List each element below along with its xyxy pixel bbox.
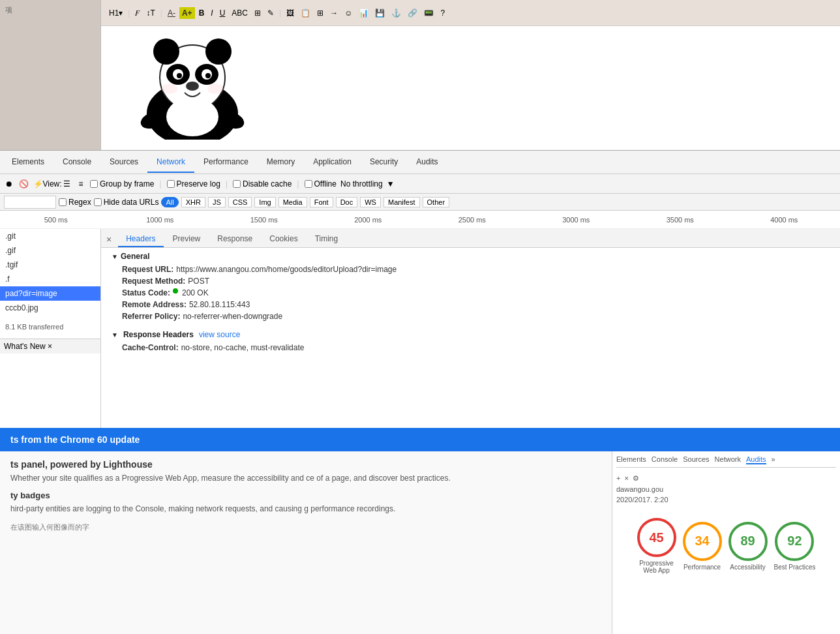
mini-settings-btn[interactable]: ⚙ xyxy=(633,474,639,483)
toolbar-img2[interactable]: 📋 xyxy=(298,7,313,19)
filter-manifest-btn[interactable]: Manifest xyxy=(383,197,420,207)
filter-img-btn[interactable]: Img xyxy=(254,197,275,207)
editor-toolbar: H1▾ | 𝐹 ↕T | A- A+ B I U ABC ⊞ ✎ | 🖼 📋 ⊞… xyxy=(101,0,840,26)
filter-css-btn[interactable]: CSS xyxy=(228,197,252,207)
preserve-log-label[interactable]: Preserve log xyxy=(167,179,220,189)
filter-all-btn[interactable]: All xyxy=(161,197,178,207)
toolbar-chart[interactable]: 📊 xyxy=(356,7,371,19)
filter-ws-btn[interactable]: WS xyxy=(360,197,381,207)
record-icon[interactable]: ⏺ xyxy=(4,179,14,189)
mini-tab-audits[interactable]: Audits xyxy=(746,455,766,464)
bottom-panel: ts panel, powered by Lighthouse Whether … xyxy=(0,451,840,634)
tab-performance[interactable]: Performance xyxy=(194,152,258,173)
toolbar-a-minus[interactable]: A- xyxy=(165,7,178,19)
toolbar-link[interactable]: 🔗 xyxy=(405,7,420,19)
toolbar-bold[interactable]: B xyxy=(196,7,207,19)
preserve-log-checkbox[interactable] xyxy=(167,180,175,188)
detail-tab-headers[interactable]: Headers xyxy=(118,232,163,247)
filter-font-btn[interactable]: Font xyxy=(310,197,333,207)
filter-other-btn[interactable]: Other xyxy=(423,197,450,207)
bottom-left-content: ts panel, powered by Lighthouse Whether … xyxy=(0,451,612,634)
tab-elements[interactable]: Elements xyxy=(3,152,53,173)
tick-1000ms: 1000 ms xyxy=(108,216,213,224)
toolbar-grid[interactable]: ⊞ xyxy=(252,7,263,19)
tick-2500ms: 2500 ms xyxy=(420,216,524,224)
filter-js-btn[interactable]: JS xyxy=(208,197,226,207)
score-best-practices: 92 Best Practices xyxy=(774,522,816,571)
filter-media-btn[interactable]: Media xyxy=(278,197,307,207)
detail-tab-cookies[interactable]: Cookies xyxy=(262,232,305,247)
toolbar-save[interactable]: 💾 xyxy=(372,7,387,19)
tab-memory[interactable]: Memory xyxy=(258,152,304,173)
clear-icon[interactable]: 🚫 xyxy=(18,179,29,189)
mini-close-btn[interactable]: × xyxy=(624,474,628,483)
view-source-link[interactable]: view source xyxy=(199,330,240,339)
detail-close-btn[interactable]: × xyxy=(106,234,112,245)
disable-cache-label[interactable]: Disable cache xyxy=(233,179,292,189)
detail-tab-preview[interactable]: Preview xyxy=(165,232,209,247)
list-item[interactable]: .gif xyxy=(0,243,100,258)
mini-url: dawangou.gou xyxy=(616,484,836,494)
filter-bar: Regex Hide data URLs All XHR JS CSS Img … xyxy=(0,194,840,211)
tab-application[interactable]: Application xyxy=(304,152,361,173)
toolbar-table[interactable]: ⊞ xyxy=(314,7,326,19)
hide-data-urls-label[interactable]: Hide data URLs xyxy=(94,198,159,207)
mini-tab-more[interactable]: » xyxy=(772,455,775,464)
list-item-selected[interactable]: pad?dir=image xyxy=(0,286,100,301)
mini-add-btn[interactable]: + xyxy=(616,474,620,483)
regex-label[interactable]: Regex xyxy=(59,198,91,207)
toolbar-underline[interactable]: U xyxy=(217,7,228,19)
score-progressive-circle: 45 xyxy=(637,518,676,557)
filter-icon[interactable]: ⚡ xyxy=(33,179,43,189)
mini-tab-elements[interactable]: Elements xyxy=(616,455,646,464)
toolbar-italic[interactable]: I xyxy=(208,7,215,19)
toolbar-pencil[interactable]: ✎ xyxy=(265,7,277,19)
detail-view-icon[interactable]: ≡ xyxy=(76,179,86,189)
list-item[interactable]: .git xyxy=(0,229,100,243)
toolbar-sep1: | xyxy=(128,8,130,18)
disable-cache-checkbox[interactable] xyxy=(233,180,241,188)
toolbar-abc[interactable]: ABC xyxy=(229,7,250,19)
offline-label[interactable]: Offline xyxy=(305,179,337,189)
tab-sources[interactable]: Sources xyxy=(100,152,147,173)
mini-tab-network[interactable]: Network xyxy=(715,455,741,464)
score-performance-label: Performance xyxy=(683,564,721,571)
whats-new-label[interactable]: What's New × xyxy=(4,342,52,351)
regex-checkbox[interactable] xyxy=(59,198,67,206)
filter-input[interactable] xyxy=(4,196,56,209)
toolbar-a-plus[interactable]: A+ xyxy=(179,7,195,19)
no-throttling-select[interactable]: No throttling xyxy=(340,179,383,189)
hide-data-urls-checkbox[interactable] xyxy=(94,198,102,206)
list-item[interactable]: .tgif xyxy=(0,258,100,272)
list-view-icon[interactable]: ☰ xyxy=(61,179,72,189)
group-by-frame-label[interactable]: Group by frame xyxy=(90,179,154,189)
tab-audits[interactable]: Audits xyxy=(407,152,447,173)
score-best-practices-label: Best Practices xyxy=(774,564,816,571)
toolbar-t[interactable]: ↕T xyxy=(143,7,157,19)
svg-point-11 xyxy=(162,83,177,94)
group-by-frame-checkbox[interactable] xyxy=(90,180,98,188)
list-item[interactable]: .f xyxy=(0,272,100,286)
filter-doc-btn[interactable]: Doc xyxy=(336,197,358,207)
toolbar-img1[interactable]: 🖼 xyxy=(284,7,297,19)
toolbar-emoji[interactable]: ☺ xyxy=(342,7,355,19)
mini-tab-sources[interactable]: Sources xyxy=(683,455,709,464)
detail-tab-response[interactable]: Response xyxy=(209,232,260,247)
svg-point-2 xyxy=(153,38,179,65)
toolbar-code[interactable]: 📟 xyxy=(421,7,436,19)
list-item[interactable]: cccb0.jpg xyxy=(0,301,100,315)
toolbar-h1[interactable]: H1▾ xyxy=(106,7,125,19)
tab-console[interactable]: Console xyxy=(53,152,100,173)
tab-network[interactable]: Network xyxy=(147,152,194,173)
view-icon: View: xyxy=(47,179,57,189)
toolbar-f[interactable]: 𝐹 xyxy=(132,7,142,19)
offline-checkbox[interactable] xyxy=(305,180,312,188)
detail-tab-timing[interactable]: Timing xyxy=(307,232,346,247)
throttle-dropdown-icon[interactable]: ▼ xyxy=(387,179,395,189)
toolbar-arrow[interactable]: → xyxy=(327,7,340,19)
toolbar-help[interactable]: ? xyxy=(438,7,447,19)
tab-security[interactable]: Security xyxy=(361,152,407,173)
mini-tab-console[interactable]: Console xyxy=(652,455,678,464)
filter-xhr-btn[interactable]: XHR xyxy=(181,197,205,207)
toolbar-anchor[interactable]: ⚓ xyxy=(389,7,404,19)
